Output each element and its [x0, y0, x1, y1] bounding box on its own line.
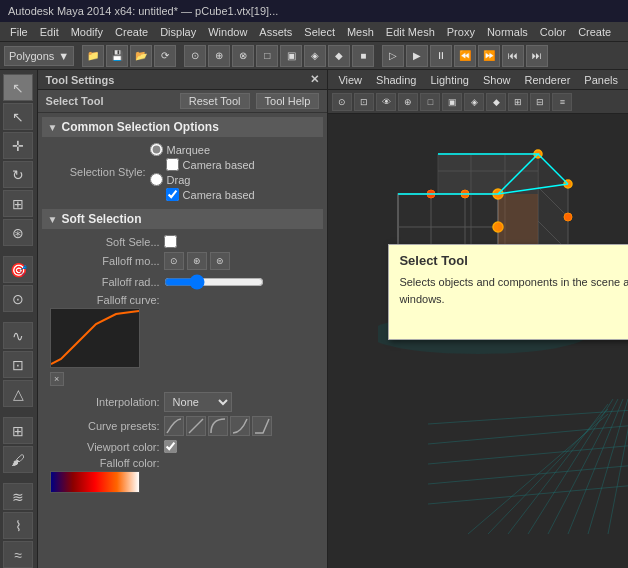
toolbar-btn-8[interactable]: □ [256, 45, 278, 67]
falloff-color-container [50, 471, 324, 493]
toolbar-btn-3[interactable]: 📂 [130, 45, 152, 67]
toolbar-btn-9[interactable]: ▣ [280, 45, 302, 67]
vp-btn-1[interactable]: ⊙ [332, 93, 352, 111]
toolbar-btn-4[interactable]: ⟳ [154, 45, 176, 67]
vp-btn-3[interactable]: 👁 [376, 93, 396, 111]
toolbar-btn-5[interactable]: ⊙ [184, 45, 206, 67]
vp-btn-6[interactable]: ▣ [442, 93, 462, 111]
paint-select-icon[interactable]: ↖ [3, 103, 33, 130]
camera-based-2-item[interactable]: Camera based [150, 188, 255, 201]
menu-window[interactable]: Window [202, 26, 253, 38]
menu-normals[interactable]: Normals [481, 26, 534, 38]
falloff-curve-svg [51, 309, 139, 367]
curve-preset-4[interactable] [230, 416, 250, 436]
vp-btn-10[interactable]: ⊟ [530, 93, 550, 111]
viewport-color-checkbox[interactable] [164, 440, 177, 453]
curve-snap-btn[interactable]: × [50, 372, 64, 386]
toolbar-btn-10[interactable]: ◈ [304, 45, 326, 67]
surface-icon[interactable]: ⊡ [3, 351, 33, 378]
toolbar-btn-18[interactable]: ⏮ [502, 45, 524, 67]
toolbar-btn-16[interactable]: ⏪ [454, 45, 476, 67]
menu-mesh[interactable]: Mesh [341, 26, 380, 38]
toolbar-btn-19[interactable]: ⏭ [526, 45, 548, 67]
mode-dropdown[interactable]: Polygons ▼ [4, 46, 74, 66]
toolbar-btn-13[interactable]: ▷ [382, 45, 404, 67]
menu-file[interactable]: File [4, 26, 34, 38]
falloff-color-bar[interactable] [50, 471, 140, 493]
curve-preset-5[interactable] [252, 416, 272, 436]
camera-based-1-check[interactable] [166, 158, 179, 171]
drag-radio[interactable] [150, 173, 163, 186]
soft-selection-section-header[interactable]: ▼ Soft Selection [42, 209, 324, 229]
interpolation-select[interactable]: None Linear Smooth [164, 392, 232, 412]
3d-scene[interactable]: Select Tool (Q) Selects objects and comp… [328, 114, 628, 568]
vp-btn-8[interactable]: ◆ [486, 93, 506, 111]
curve-icon[interactable]: ∿ [3, 322, 33, 349]
cloth-icon[interactable]: ≋ [3, 483, 33, 510]
menu-color[interactable]: Color [534, 26, 572, 38]
menu-proxy[interactable]: Proxy [441, 26, 481, 38]
vp-btn-4[interactable]: ⊕ [398, 93, 418, 111]
menu-create[interactable]: Create [109, 26, 154, 38]
show-manip-icon[interactable]: ⊙ [3, 285, 33, 312]
reset-tool-button[interactable]: Reset Tool [180, 93, 250, 109]
toolbar-btn-2[interactable]: 💾 [106, 45, 128, 67]
vp-menu-panels[interactable]: Panels [578, 74, 624, 86]
curve-preset-1[interactable] [164, 416, 184, 436]
falloff-mode-2[interactable]: ⊛ [187, 252, 207, 270]
common-selection-section-header[interactable]: ▼ Common Selection Options [42, 117, 324, 137]
rotate-icon[interactable]: ↻ [3, 161, 33, 188]
marquee-option[interactable]: Marquee [150, 143, 255, 156]
falloff-curve-box [50, 308, 140, 368]
panel-close-icon[interactable]: ✕ [310, 73, 319, 86]
marquee-radio[interactable] [150, 143, 163, 156]
vp-menu-lighting[interactable]: Lighting [424, 74, 475, 86]
menu-modify[interactable]: Modify [65, 26, 109, 38]
vp-btn-2[interactable]: ⊡ [354, 93, 374, 111]
polygon-icon[interactable]: △ [3, 380, 33, 407]
soft-mod-icon[interactable]: 🎯 [3, 256, 33, 283]
toolbar-btn-1[interactable]: 📁 [82, 45, 104, 67]
toolbar-btn-12[interactable]: ■ [352, 45, 374, 67]
menu-create2[interactable]: Create [572, 26, 617, 38]
viewport: View Shading Lighting Show Renderer Pane… [328, 70, 628, 568]
vp-btn-9[interactable]: ⊞ [508, 93, 528, 111]
menu-select[interactable]: Select [298, 26, 341, 38]
falloff-radius-slider[interactable] [164, 274, 264, 290]
toolbar-btn-14[interactable]: ▶ [406, 45, 428, 67]
select-tool-icon[interactable]: ↖ [3, 74, 33, 101]
drag-option[interactable]: Drag [150, 173, 255, 186]
menu-display[interactable]: Display [154, 26, 202, 38]
hair-icon[interactable]: ⌇ [3, 512, 33, 539]
tool-help-button[interactable]: Tool Help [256, 93, 320, 109]
camera-based-1-item[interactable]: Camera based [150, 158, 255, 171]
toolbar-btn-11[interactable]: ◆ [328, 45, 350, 67]
toolbar-btn-7[interactable]: ⊗ [232, 45, 254, 67]
falloff-mode-1[interactable]: ⊙ [164, 252, 184, 270]
soft-selection-arrow: ▼ [48, 214, 58, 225]
fluids-icon[interactable]: ≈ [3, 541, 33, 568]
vp-btn-11[interactable]: ≡ [552, 93, 572, 111]
menu-assets[interactable]: Assets [253, 26, 298, 38]
scale-icon[interactable]: ⊞ [3, 190, 33, 217]
vp-btn-5[interactable]: □ [420, 93, 440, 111]
subdiv-icon[interactable]: ⊞ [3, 417, 33, 444]
vp-menu-show[interactable]: Show [477, 74, 517, 86]
vp-menu-view[interactable]: View [332, 74, 368, 86]
toolbar-btn-6[interactable]: ⊕ [208, 45, 230, 67]
menu-edit-mesh[interactable]: Edit Mesh [380, 26, 441, 38]
curve-preset-2[interactable] [186, 416, 206, 436]
toolbar-btn-17[interactable]: ⏩ [478, 45, 500, 67]
menu-edit[interactable]: Edit [34, 26, 65, 38]
vp-menu-renderer[interactable]: Renderer [519, 74, 577, 86]
toolbar-btn-15[interactable]: ⏸ [430, 45, 452, 67]
soft-sel-checkbox[interactable] [164, 235, 177, 248]
universal-manip-icon[interactable]: ⊛ [3, 219, 33, 246]
move-icon[interactable]: ✛ [3, 132, 33, 159]
camera-based-2-check[interactable] [166, 188, 179, 201]
vp-menu-shading[interactable]: Shading [370, 74, 422, 86]
paint-icon[interactable]: 🖌 [3, 446, 33, 473]
vp-btn-7[interactable]: ◈ [464, 93, 484, 111]
curve-preset-3[interactable] [208, 416, 228, 436]
falloff-mode-3[interactable]: ⊜ [210, 252, 230, 270]
